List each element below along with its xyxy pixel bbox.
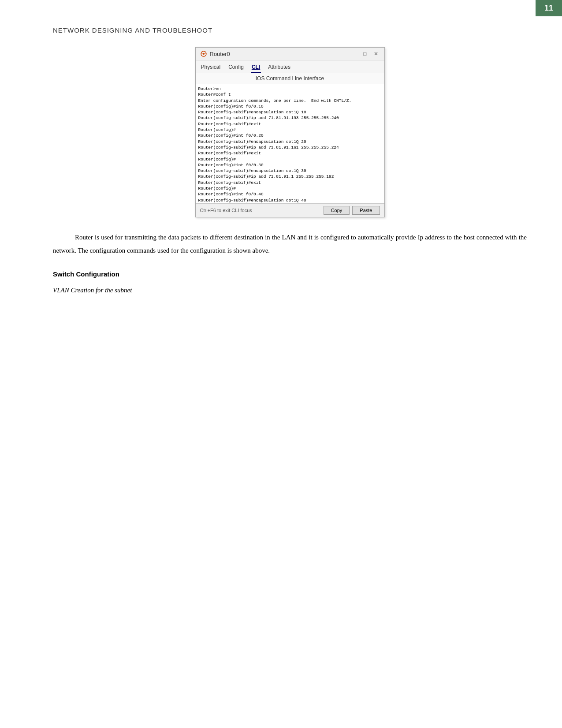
section-heading: Switch Configuration <box>53 270 527 278</box>
window-title-left: Router0 <box>200 50 230 57</box>
paste-button[interactable]: Paste <box>352 206 380 215</box>
tab-physical[interactable]: Physical <box>200 62 222 73</box>
tab-cli[interactable]: CLI <box>251 62 261 73</box>
cli-hint: Ctrl+F6 to exit CLI focus <box>200 208 252 213</box>
window-titlebar: Router0 — □ ✕ <box>196 48 384 60</box>
minimize-button[interactable]: — <box>349 51 358 57</box>
tab-config[interactable]: Config <box>227 62 245 73</box>
cli-section-header: IOS Command Line Interface <box>196 73 384 84</box>
section-subheading: VLAN Creation for the subnet <box>53 287 527 294</box>
router-window: Router0 — □ ✕ Physical Config CLI Attrib… <box>195 47 385 217</box>
window-bottom-bar: Ctrl+F6 to exit CLI focus Copy Paste <box>196 203 384 217</box>
page-container: 11 NETWORK DESIGNING AND TROUBLESHOOT Ro… <box>0 0 562 728</box>
close-button[interactable]: ✕ <box>372 51 380 57</box>
window-controls: — □ ✕ <box>349 51 380 57</box>
maximize-button[interactable]: □ <box>361 51 368 57</box>
svg-point-1 <box>203 53 205 55</box>
router-icon <box>200 50 207 57</box>
tab-attributes[interactable]: Attributes <box>267 62 291 73</box>
bottom-buttons: Copy Paste <box>324 206 380 215</box>
page-number: 11 <box>544 4 553 12</box>
copy-button[interactable]: Copy <box>324 206 350 215</box>
window-tabs: Physical Config CLI Attributes <box>196 60 384 73</box>
page-number-badge: 11 <box>536 0 562 16</box>
doc-title: NETWORK DESIGNING AND TROUBLESHOOT <box>53 26 527 34</box>
cli-terminal[interactable]: Router>en Router#conf t Enter configurat… <box>196 84 384 203</box>
body-paragraph: Router is used for transmitting the data… <box>53 231 527 257</box>
window-title-text: Router0 <box>210 51 230 57</box>
